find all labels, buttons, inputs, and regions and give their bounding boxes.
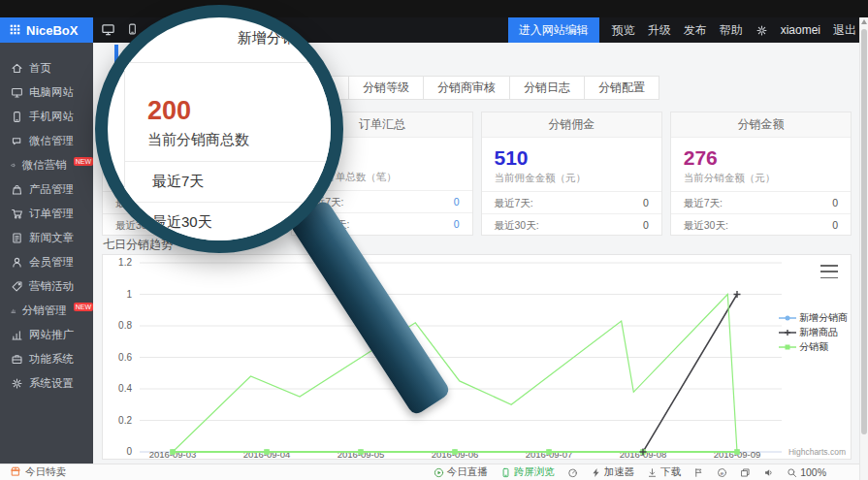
username[interactable]: xiaomei	[781, 23, 820, 37]
legend-marker	[779, 328, 796, 337]
sidebar-item-doc[interactable]: 新闻文章	[0, 226, 93, 250]
sidebar-item-signal[interactable]: 网站推广	[0, 323, 93, 347]
header-links: 预览升级发布帮助	[612, 22, 743, 39]
tag-icon	[11, 280, 23, 293]
status-tool-magnifier[interactable]: 100%	[787, 466, 826, 478]
status-tool-phone[interactable]: 跨屏浏览	[500, 465, 555, 479]
tab-分销商审核[interactable]: 分销商审核	[423, 76, 510, 100]
sidebar-item-label: 系统设置	[29, 376, 74, 391]
sidebar-item-label: 首页	[29, 61, 51, 76]
gear-icon	[11, 377, 23, 390]
desktop-view-icon	[101, 22, 115, 37]
card-row: 最近30天:0	[482, 213, 661, 236]
stat-card: 分销佣金510当前佣金金额（元）最近7天:0最近30天:0	[481, 112, 662, 236]
status-tool-speedometer[interactable]	[567, 467, 578, 478]
legend-item-新增商品[interactable]: 新增商品	[779, 326, 848, 339]
sidebar-item-mobile[interactable]: 手机网站	[0, 105, 93, 129]
sidebar-nav: 首页电脑网站手机网站微信管理微信营销NEW产品管理订单管理新闻文章会员管理营销活…	[0, 43, 93, 464]
sidebar-item-home[interactable]: 首页	[0, 56, 93, 80]
card-row: 最近7天:0	[671, 191, 851, 213]
svg-text:0: 0	[126, 446, 132, 457]
status-tool-play-circle[interactable]: 今日直播	[434, 465, 488, 479]
sidebar-item-label: 产品管理	[29, 182, 74, 197]
status-tool-download[interactable]: 下载	[647, 465, 681, 479]
cart-icon	[11, 208, 23, 220]
tab-分销配置[interactable]: 分销配置	[584, 76, 659, 100]
scrollbar-up-arrow[interactable]	[861, 19, 867, 24]
sidebar-item-cart[interactable]: 订单管理	[0, 202, 93, 226]
card-row-value[interactable]: 0	[643, 214, 649, 236]
brand-logo[interactable]: NiceBoX	[0, 17, 93, 43]
columns-icon	[11, 304, 16, 317]
signal-icon	[11, 329, 23, 341]
vertical-scrollbar[interactable]	[859, 17, 868, 480]
browser-top-strip	[0, 0, 868, 17]
card-number: 510	[495, 144, 661, 169]
status-tool-label: 今日直播	[447, 465, 488, 479]
trend-line-chart: 00.20.40.60.811.22016-09-032016-09-04201…	[103, 255, 851, 459]
highcharts-credit[interactable]: Highcharts.com	[788, 447, 846, 457]
status-bar: 今日特卖 今日直播跨屏浏览加速器下载e100%	[0, 464, 859, 480]
speaker-icon	[763, 467, 774, 478]
card-row-value[interactable]: 0	[832, 192, 838, 213]
header-link[interactable]: 升级	[648, 22, 671, 39]
legend-item-新增分销商[interactable]: 新增分销商	[779, 311, 848, 325]
chart-context-menu-button[interactable]	[819, 263, 840, 280]
bag-icon	[11, 183, 23, 196]
today-sale-item[interactable]: 今日特卖	[10, 465, 66, 479]
settings-gear-icon[interactable]	[755, 24, 768, 37]
svg-text:0.8: 0.8	[118, 320, 132, 331]
sidebar-item-user[interactable]: 会员管理	[0, 250, 93, 274]
status-tool-lightning[interactable]: 加速器	[591, 465, 635, 479]
home-icon	[11, 62, 23, 75]
card-row-value[interactable]: 0	[643, 192, 649, 213]
enter-site-edit-button[interactable]: 进入网站编辑	[508, 17, 599, 43]
svg-text:e: e	[721, 468, 724, 475]
card-row-value[interactable]: 0	[454, 191, 460, 212]
card-row: 最近30天:0	[671, 213, 851, 236]
legend-item-分销额[interactable]: 分销额	[779, 340, 848, 354]
tab-分销等级[interactable]: 分销等级	[348, 76, 424, 100]
sidebar-item-briefcase[interactable]: 功能系统	[0, 347, 93, 371]
card-row-label: 最近30天:	[495, 214, 539, 236]
scrollbar-thumb[interactable]	[861, 29, 867, 434]
sidebar-item-bag[interactable]: 产品管理	[0, 177, 93, 202]
tab-分销日志[interactable]: 分销日志	[509, 76, 585, 100]
card-row-value[interactable]: 0	[832, 214, 838, 236]
header-link[interactable]: 发布	[684, 22, 707, 39]
status-tool-window[interactable]	[740, 467, 751, 478]
megaphone-icon	[11, 159, 16, 172]
new-badge: NEW	[74, 303, 93, 311]
legend-marker	[779, 342, 796, 352]
speedometer-icon	[567, 467, 578, 478]
status-tool-label: 100%	[800, 466, 826, 478]
sidebar-item-columns[interactable]: 分销管理NEW	[0, 299, 93, 323]
status-tool-e-browser[interactable]: e	[717, 467, 727, 478]
sidebar-item-wechat[interactable]: 微信管理	[0, 129, 93, 153]
sidebar-item-label: 电脑网站	[29, 85, 74, 100]
magnifier-icon	[787, 467, 797, 478]
status-tool-flag[interactable]	[693, 467, 704, 478]
card-row-value[interactable]: 0	[454, 213, 460, 235]
svg-text:0.2: 0.2	[118, 415, 132, 426]
wechat-icon	[11, 135, 23, 147]
sidebar-item-label: 微信营销	[22, 158, 67, 173]
lightning-icon	[591, 467, 601, 478]
status-tool-label: 下载	[660, 465, 681, 479]
magnified-row-7days: 最近7天	[125, 161, 343, 202]
header-link[interactable]: 帮助	[720, 22, 743, 39]
header-link[interactable]: 预览	[612, 22, 635, 39]
desktop-view-icon[interactable]	[101, 22, 115, 41]
apps-grid-icon	[10, 23, 20, 38]
mobile-icon	[11, 111, 23, 123]
sidebar-item-gear[interactable]: 系统设置	[0, 371, 93, 396]
sidebar-item-megaphone[interactable]: 微信营销NEW	[0, 153, 93, 177]
logout-link[interactable]: 退出	[833, 22, 856, 39]
sidebar-item-desktop[interactable]: 电脑网站	[0, 80, 93, 105]
card-row-label: 最近7天:	[495, 192, 533, 213]
status-tool-speaker[interactable]	[763, 467, 774, 478]
card-number-label: 当前分销金额（元）	[684, 172, 851, 185]
sidebar-item-label: 订单管理	[29, 207, 74, 221]
shop-icon	[10, 465, 21, 479]
sidebar-item-tag[interactable]: 营销活动	[0, 274, 93, 299]
